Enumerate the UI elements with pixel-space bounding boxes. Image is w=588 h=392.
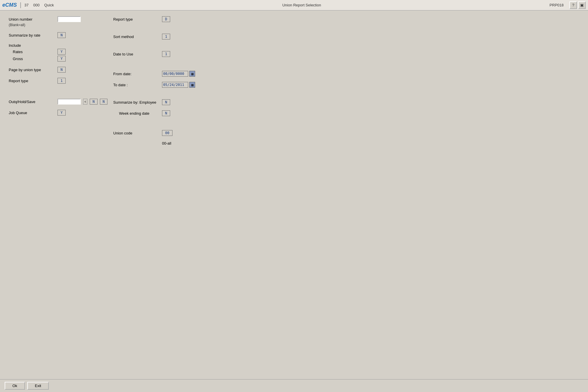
gross-label: Gross [9, 57, 55, 61]
main-content: Union number (Blank=all) Summarize by ra… [0, 10, 588, 379]
titlebar-mode: Quick [44, 3, 54, 7]
union-number-sub: (Blank=all) [9, 23, 25, 27]
date-to-use-label: Date to Use [113, 52, 160, 56]
titlebar-num2: 000 [33, 3, 39, 7]
page-by-union-type-value[interactable]: N [57, 67, 66, 73]
from-date-input[interactable] [162, 71, 188, 77]
sort-method-value[interactable]: 1 [162, 34, 170, 39]
report-type-left-label: Report type [9, 79, 55, 83]
report-type-label: Report type [113, 17, 160, 21]
from-date-label: From date: [113, 72, 160, 76]
form-area: Union number (Blank=all) Summarize by ra… [9, 16, 579, 147]
titlebar-buttons: ? ▣ [569, 1, 586, 9]
right-column: Report type D Sort method 1 Date to Use … [107, 16, 579, 147]
to-date-label: To date : [113, 83, 160, 87]
union-code-row: Union code [113, 130, 579, 136]
window-title: Union Report Selection [56, 3, 547, 7]
job-queue-label: Job Queue [9, 111, 55, 115]
summarize-by-employee-value[interactable]: N [162, 99, 170, 105]
week-ending-date-row: Week ending date N [113, 110, 579, 116]
from-date-row: From date: ▦ [113, 71, 579, 77]
include-label: Include [9, 43, 107, 48]
titlebar: eCMS 37 000 Quick Union Report Selection… [0, 0, 588, 10]
summarize-by-employee-row: Summarize by: Employee N [113, 99, 579, 105]
left-column: Union number (Blank=all) Summarize by ra… [9, 16, 107, 147]
outq-arrow-button[interactable]: < [83, 99, 87, 105]
union-code-input[interactable] [162, 130, 172, 136]
summarize-by-rate-row: Summarize by rate N [9, 32, 107, 38]
outq-n2[interactable]: N [100, 99, 107, 105]
titlebar-divider [20, 2, 21, 8]
week-ending-date-value[interactable]: N [162, 110, 170, 116]
outq-row: Outq/Hold/Save < N N [9, 99, 107, 105]
sort-method-row: Sort method 1 [113, 34, 579, 39]
union-code-desc-row: 00-all [113, 141, 579, 145]
summarize-by-rate-value[interactable]: N [57, 32, 66, 38]
outq-input[interactable] [57, 99, 81, 105]
exit-button[interactable]: Exit [27, 382, 49, 390]
page-by-union-type-row: Page by union type N [9, 67, 107, 73]
rates-value[interactable]: Y [57, 49, 66, 55]
app-logo: eCMS [2, 2, 17, 8]
report-type-value[interactable]: D [162, 16, 170, 22]
to-date-row: To date : ▦ [113, 82, 579, 88]
union-code-desc: 00-all [162, 141, 171, 145]
union-number-group: Union number (Blank=all) [9, 16, 107, 27]
outq-n1[interactable]: N [90, 99, 97, 105]
from-date-field: ▦ [162, 71, 195, 77]
program-id: PRP018 [550, 3, 564, 7]
outq-label: Outq/Hold/Save [9, 100, 55, 104]
layout-button[interactable]: ▣ [578, 1, 586, 9]
report-type-right-row: Report type D [113, 16, 579, 22]
rates-label: Rates [9, 50, 55, 54]
job-queue-row: Job Queue Y [9, 110, 107, 116]
to-date-field: ▦ [162, 82, 195, 88]
union-number-input[interactable] [57, 16, 81, 22]
bottom-bar: Ok Exit [0, 379, 588, 392]
from-date-calendar-button[interactable]: ▦ [189, 71, 195, 77]
include-section: Include Rates Y Gross Y [9, 43, 107, 62]
to-date-input[interactable] [162, 82, 188, 88]
union-number-label: Union number [9, 17, 55, 21]
date-to-use-row: Date to Use 1 [113, 51, 579, 57]
ok-button[interactable]: Ok [5, 382, 25, 390]
report-type-left-row: Report type 1 [9, 78, 107, 84]
gross-value[interactable]: Y [57, 56, 66, 62]
summarize-by-rate-label: Summarize by rate [9, 33, 55, 37]
titlebar-info: 37 000 Quick [24, 3, 54, 7]
job-queue-value[interactable]: Y [57, 110, 66, 116]
union-code-label: Union code [113, 131, 160, 135]
to-date-calendar-button[interactable]: ▦ [189, 82, 195, 88]
rates-row: Rates Y [9, 49, 107, 55]
gross-row: Gross Y [9, 56, 107, 62]
help-button[interactable]: ? [569, 1, 577, 9]
page-by-union-type-label: Page by union type [9, 68, 55, 72]
week-ending-date-label: Week ending date [113, 111, 160, 116]
summarize-by-employee-label: Summarize by: Employee [113, 100, 160, 105]
titlebar-num1: 37 [24, 3, 28, 7]
date-to-use-value[interactable]: 1 [162, 51, 170, 57]
report-type-left-value[interactable]: 1 [57, 78, 66, 84]
sort-method-label: Sort method [113, 35, 160, 39]
